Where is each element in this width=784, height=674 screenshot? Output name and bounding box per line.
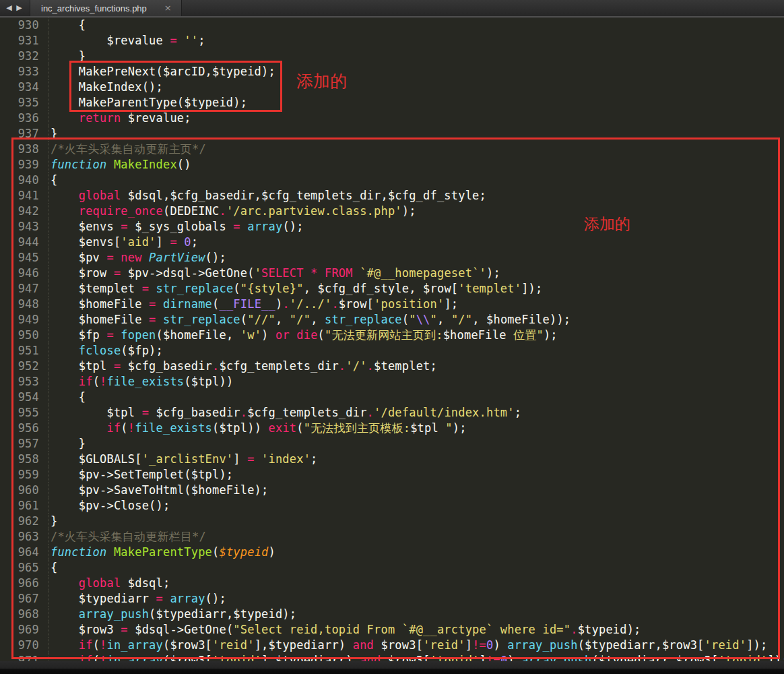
tab-title: inc_archives_functions.php bbox=[41, 3, 147, 13]
line-number: 932 bbox=[0, 49, 39, 64]
line-number: 933 bbox=[0, 64, 39, 80]
annotation-label-added-2: 添加的 bbox=[584, 214, 630, 235]
code-text: { bbox=[48, 18, 86, 33]
code-text: $revalue = ''; bbox=[48, 33, 205, 49]
tab-scroll-left-icon[interactable]: ◀ bbox=[4, 0, 14, 16]
tab-close-icon[interactable]: × bbox=[164, 0, 172, 16]
annotation-label-added-1: 添加的 bbox=[296, 70, 347, 92]
line-number: 936 bbox=[0, 111, 39, 126]
line-number: 930 bbox=[0, 18, 39, 33]
code-line: 936 return $revalue; bbox=[0, 111, 784, 126]
annotation-box-added-calls bbox=[69, 61, 282, 112]
code-line: 930 { bbox=[0, 18, 784, 33]
line-number: 935 bbox=[0, 95, 39, 111]
horizontal-scrollbar[interactable] bbox=[0, 661, 784, 674]
tab-bar: ◀ ▶ inc_archives_functions.php × bbox=[0, 0, 784, 18]
code-editor-window: ◀ ▶ inc_archives_functions.php × 930 {93… bbox=[0, 0, 784, 674]
annotation-box-added-functions bbox=[11, 137, 780, 659]
line-number: 931 bbox=[0, 33, 39, 49]
code-text: return $revalue; bbox=[48, 111, 191, 126]
tab-inc-archives-functions-php[interactable]: inc_archives_functions.php × bbox=[30, 0, 182, 16]
tab-scroll-right-icon[interactable]: ▶ bbox=[14, 0, 24, 16]
code-line: 931 $revalue = ''; bbox=[0, 33, 784, 49]
line-number: 934 bbox=[0, 80, 39, 95]
